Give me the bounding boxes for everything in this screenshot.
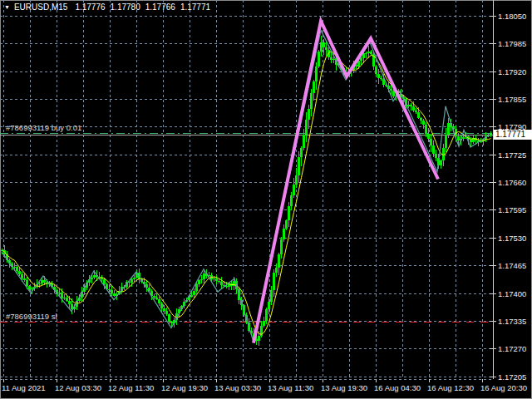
candle-body	[470, 140, 472, 142]
candle-body	[462, 137, 465, 139]
candle-body	[447, 123, 450, 135]
candle-body	[285, 220, 288, 228]
candle-body	[283, 229, 285, 240]
candle-body	[427, 134, 430, 138]
candle-body	[440, 160, 442, 165]
candle-body	[91, 278, 93, 279]
candle-body	[430, 139, 432, 146]
x-axis-label: 13 Aug 19:30	[321, 383, 367, 392]
candle-body	[18, 271, 21, 274]
candle-body	[288, 206, 290, 221]
candle-body	[445, 135, 447, 148]
candle-body	[392, 91, 395, 96]
candle-body	[198, 280, 200, 284]
y-axis-label: 1.17530	[498, 234, 526, 243]
candle-body	[407, 105, 410, 106]
ohlc-high: 1.17780	[111, 2, 140, 12]
candle-body	[365, 53, 367, 54]
y-axis-label: 1.17465	[498, 261, 526, 270]
candle-body	[38, 283, 41, 284]
candle-body	[293, 185, 295, 195]
candle-body	[200, 279, 203, 280]
candle-body	[16, 267, 18, 271]
x-axis-label: 11 Aug 2021	[2, 383, 46, 392]
candle-body	[63, 298, 66, 298]
candle-body	[370, 52, 372, 54]
candle-body	[220, 282, 223, 285]
candle-body	[108, 289, 111, 290]
candle-body	[28, 286, 31, 289]
symbol-period-label: EURUSD,M15	[14, 2, 67, 12]
x-axis-label: 16 Aug 20:30	[480, 383, 527, 392]
candle-body	[93, 275, 96, 278]
y-axis-label: 1.17920	[498, 67, 526, 76]
y-axis-label: 1.17985	[498, 39, 526, 48]
candles	[1, 36, 492, 345]
x-axis-label: 16 Aug 04:30	[374, 383, 421, 392]
candle-body	[280, 239, 283, 254]
candle-body	[111, 290, 113, 293]
candle-body	[330, 57, 332, 60]
candle-body	[275, 268, 278, 273]
candle-body	[158, 299, 160, 303]
x-axis-label: 12 Aug 19:30	[161, 383, 208, 392]
zigzag-minor-line	[2, 30, 490, 342]
y-axis-label: 1.17335	[498, 317, 526, 326]
sl-order-label[interactable]: #786993119 sl	[6, 312, 57, 321]
current-price-box: 1.17771	[494, 130, 532, 140]
candle-body	[325, 47, 328, 50]
candle-body	[21, 274, 23, 278]
price-chart[interactable]: 1.180501.179851.179201.178551.177901.177…	[0, 0, 532, 399]
candle-body	[305, 120, 308, 134]
candle-body	[163, 308, 165, 312]
dropdown-arrow-icon[interactable]: ▼	[4, 4, 10, 10]
candle-body	[190, 295, 193, 297]
candle-body	[263, 321, 265, 326]
candle-body	[58, 293, 61, 293]
candle-body	[422, 121, 425, 125]
ohlc-low: 1.17766	[145, 2, 175, 12]
candle-body	[360, 58, 362, 60]
candle-body	[165, 311, 168, 313]
chart-window: 1.180501.179851.179201.178551.177901.177…	[0, 0, 532, 399]
candle-body	[457, 136, 460, 140]
x-axis-label: 13 Aug 11:30	[268, 383, 313, 392]
candle-body	[265, 309, 268, 321]
candle-body	[432, 145, 435, 153]
candle-body	[66, 298, 68, 301]
candle-body	[412, 106, 415, 111]
chart-title: ▼EURUSD,M151.177761.177801.177661.17771	[4, 2, 215, 12]
y-axis-label: 1.17660	[498, 178, 526, 187]
candle-body	[318, 52, 320, 67]
candle-body	[420, 118, 422, 121]
buy-order-label[interactable]: #786993119 buy 0.01	[6, 123, 81, 132]
candle-body	[168, 314, 170, 322]
candle-body	[298, 157, 300, 175]
x-axis-label: 12 Aug 03:30	[55, 383, 101, 392]
candle-body	[410, 105, 412, 106]
candle-body	[367, 52, 370, 53]
candle-body	[290, 195, 293, 206]
y-axis-label: 1.17595	[498, 205, 526, 214]
candle-body	[155, 298, 158, 299]
candle-body	[415, 111, 417, 112]
x-axis-label: 16 Aug 12:30	[427, 383, 474, 392]
candle-body	[170, 322, 173, 323]
candle-body	[131, 279, 133, 283]
candle-body	[31, 288, 33, 289]
candle-body	[303, 135, 305, 148]
candle-body	[71, 304, 73, 309]
candle-body	[61, 293, 63, 298]
candle-body	[310, 93, 313, 108]
candle-body	[133, 278, 135, 279]
candle-body	[332, 59, 335, 60]
candle-body	[268, 302, 270, 309]
y-axis-label: 1.17400	[498, 289, 526, 298]
candle-body	[43, 280, 46, 283]
ohlc-close: 1.17771	[180, 2, 210, 12]
candle-body	[218, 281, 220, 282]
candle-body	[203, 273, 205, 279]
moving-average-line	[2, 52, 491, 334]
candle-body	[258, 336, 260, 340]
candle-body	[68, 301, 71, 304]
